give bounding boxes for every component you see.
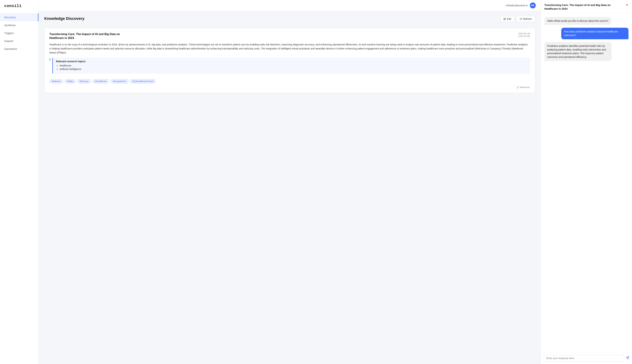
tag-medtronic[interactable]: Medtronic [49,79,63,84]
app-logo: consili [4,4,34,8]
refresh-button[interactable]: Refresh [516,16,535,22]
tag-aihealthcare[interactable]: AIHealthcare [92,79,109,84]
user-email: mkhader@avante.io [506,4,528,7]
top-header: mkhader@avante.io MK [39,0,541,11]
article-card: Transforming Care: The Impact of AI and … [44,28,535,93]
sidebar-item-synthesis[interactable]: Synthesis [0,21,39,29]
sidebar-nav: Discovery Synthesis Triggers Support Ope… [0,13,39,53]
right-panel: Transforming Care: The Impact of AI and … [541,0,632,364]
panel-header: Transforming Care: The Impact of AI and … [541,0,632,14]
topic-item: Healthcare [60,64,527,67]
chat-input-area [541,352,632,364]
chat-area: Hello! What would you like to discuss ab… [541,14,632,352]
card-date: 2024-05-28 6:00:23 PM [518,32,530,38]
tag-2024healthcaretrends[interactable]: 2024HealthcareTrends [130,79,156,84]
page-title: Knowledge Discovery [44,16,84,21]
tag-mckinsey[interactable]: McKinsey [77,79,91,84]
topic-item: Artificial Intelligence [60,68,527,70]
close-panel-button[interactable]: ✕ [625,3,628,7]
sidebar: consili Discovery Synthesis Triggers Sup… [0,0,39,364]
toolbar: Edit Refresh [500,16,535,22]
main-content: mkhader@avante.io MK Knowledge Discovery… [39,0,541,364]
link-icon [517,86,519,88]
refresh-icon [520,18,522,20]
card-header: Transforming Care: The Impact of AI and … [49,32,530,40]
info-icon: ℹ [49,58,51,61]
tag-wearabletech[interactable]: WearableTech [110,79,129,84]
sidebar-item-operations[interactable]: Operations [0,45,39,53]
chat-message-0: Hello! What would you like to discuss ab… [544,17,611,25]
logo-area: consili [0,0,39,13]
edit-icon [503,18,506,20]
card-body: Healthcare is on the cusp of a technolog… [49,42,530,55]
research-topics-section: Relevant research topics: Healthcare Art… [52,58,530,74]
card-source: Medtronic [517,86,530,88]
chat-message-1: How does predictive analytics improve he… [561,28,628,39]
page-body: Knowledge Discovery Edit Refresh Transfo… [39,11,541,364]
info-title: Relevant research topics: [56,60,527,63]
send-button[interactable] [626,356,629,360]
send-icon [626,356,629,360]
sidebar-item-support[interactable]: Support [0,37,39,45]
tag-phillips[interactable]: Phillips [65,79,76,84]
panel-title: Transforming Care: The Impact of AI and … [544,3,622,10]
avatar: MK [530,2,536,8]
card-title: Transforming Care: The Impact of AI and … [49,32,134,40]
chat-message-2: Predictive analytics identifies potentia… [544,42,612,61]
edit-button[interactable]: Edit [500,16,515,22]
sidebar-item-discovery[interactable]: Discovery [0,13,39,21]
sidebar-item-triggers[interactable]: Triggers [0,29,39,37]
card-footer: Medtronic [49,86,530,88]
chat-input[interactable] [544,355,624,362]
topics-list: Healthcare Artificial Intelligence [56,64,527,70]
tags-container: Medtronic Phillips McKinsey AIHealthcare… [49,79,530,84]
